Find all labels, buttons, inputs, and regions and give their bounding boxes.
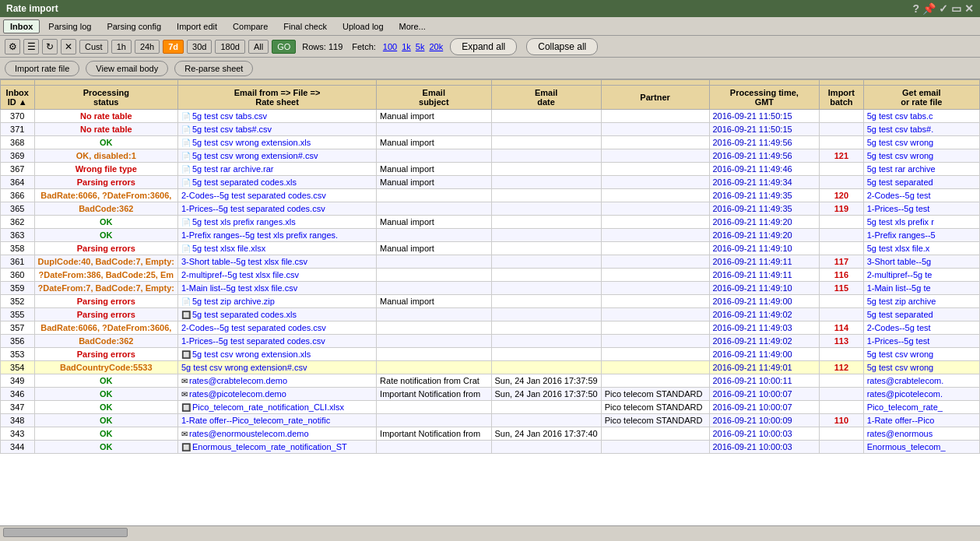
- menu-item-upload-log[interactable]: Upload log: [335, 19, 391, 33]
- time-180d-button[interactable]: 180d: [215, 40, 244, 54]
- table-row[interactable]: 349OK✉rates@crabtelecom.demoRate notific…: [1, 374, 980, 388]
- time-all-button[interactable]: All: [248, 40, 269, 54]
- list-icon[interactable]: ☰: [23, 39, 39, 54]
- cell-get-email[interactable]: 1-Prices--5g test: [863, 202, 979, 216]
- cell-get-email[interactable]: 2-Codes--5g test: [863, 189, 979, 202]
- cell-email-file[interactable]: 🔲5g test csv wrong extension.xls: [178, 348, 377, 361]
- time-24h-button[interactable]: 24h: [135, 40, 160, 54]
- table-row[interactable]: 352Parsing errors📄5g test zip archive.zi…: [1, 295, 980, 308]
- cell-get-email[interactable]: 5g test csv wrong: [863, 348, 979, 361]
- table-row[interactable]: 347OK🔲Pico_telecom_rate_notification_CLI…: [1, 401, 980, 414]
- col-header-subject[interactable]: Emailsubject: [377, 86, 491, 110]
- expand-all-button[interactable]: Expand all: [450, 38, 517, 55]
- go-button[interactable]: GO: [272, 40, 296, 54]
- table-row[interactable]: 344OK🔲Enormous_telecom_rate_notification…: [1, 441, 980, 454]
- cell-get-email[interactable]: Enormous_telecom_: [863, 441, 979, 454]
- cell-email-file[interactable]: 📄5g test xlsx file.xlsx: [178, 242, 377, 255]
- col-header-proc-time[interactable]: Processing time,GMT: [709, 86, 820, 110]
- table-row[interactable]: 343OK✉rates@enormoustelecom.demoImportan…: [1, 427, 980, 441]
- cell-email-file[interactable]: 1-Main list--5g test xlsx file.csv: [178, 282, 377, 295]
- table-row[interactable]: 368OK📄5g test csv wrong extension.xlsMan…: [1, 136, 980, 149]
- cell-get-email[interactable]: 2-multipref--5g te: [863, 269, 979, 282]
- cell-email-file[interactable]: 🔲Pico_telecom_rate_notification_CLI.xlsx: [178, 401, 377, 414]
- cell-email-file[interactable]: 📄5g test csv wrong extension.xls: [178, 136, 377, 149]
- cell-get-email[interactable]: 5g test separated: [863, 308, 979, 321]
- col-header-get-email[interactable]: Get emailor rate file: [863, 86, 979, 110]
- pin-icon[interactable]: 📌: [922, 2, 936, 15]
- table-row[interactable]: 348OK1-Rate offer--Pico_telecom_rate_not…: [1, 414, 980, 427]
- cell-email-file[interactable]: 1-Prefix ranges--5g test xls prefix rang…: [178, 229, 377, 242]
- col-header-status[interactable]: Processingstatus: [34, 86, 177, 110]
- table-row[interactable]: 370No rate table📄5g test csv tabs.csvMan…: [1, 110, 980, 123]
- cell-get-email[interactable]: 5g test csv wrong: [863, 361, 979, 374]
- cell-get-email[interactable]: 1-Rate offer--Pico: [863, 414, 979, 427]
- col-header-date[interactable]: Emaildate: [491, 86, 601, 110]
- cell-get-email[interactable]: 2-Codes--5g test: [863, 321, 979, 335]
- table-row[interactable]: 362OK📄5g test xls prefix ranges.xlsManua…: [1, 216, 980, 229]
- table-row[interactable]: 358Parsing errors📄5g test xlsx file.xlsx…: [1, 242, 980, 255]
- table-row[interactable]: 363OK1-Prefix ranges--5g test xls prefix…: [1, 229, 980, 242]
- fetch-100[interactable]: 100: [383, 42, 397, 51]
- cell-get-email[interactable]: 5g test csv wrong: [863, 136, 979, 149]
- cell-get-email[interactable]: 1-Prefix ranges--5: [863, 229, 979, 242]
- menu-item-more[interactable]: More...: [392, 19, 433, 33]
- fetch-1k[interactable]: 1k: [402, 42, 411, 51]
- table-row[interactable]: 346OK✉rates@picotelecom.demoImportant No…: [1, 388, 980, 401]
- cell-get-email[interactable]: 1-Main list--5g te: [863, 282, 979, 295]
- time-30d-button[interactable]: 30d: [187, 40, 212, 54]
- table-row[interactable]: 353Parsing errors🔲5g test csv wrong exte…: [1, 348, 980, 361]
- menu-item-parsing-log[interactable]: Parsing log: [41, 19, 98, 33]
- table-row[interactable]: 369OK, disabled:1📄5g test csv wrong exte…: [1, 149, 980, 163]
- fetch-20k[interactable]: 20k: [429, 42, 443, 51]
- menu-item-import-edit[interactable]: Import edit: [170, 19, 224, 33]
- table-row[interactable]: 365BadCode:3621-Prices--5g test separate…: [1, 202, 980, 216]
- cell-email-file[interactable]: 📄5g test csv tabs.csv: [178, 110, 377, 123]
- cell-email-file[interactable]: 📄5g test csv wrong extension#.csv: [178, 149, 377, 163]
- scrollbar-thumb[interactable]: [3, 528, 128, 537]
- view-email-body-button[interactable]: View email body: [86, 61, 168, 76]
- table-row[interactable]: 371No rate table📄5g test csv tabs#.csv20…: [1, 123, 980, 136]
- table-row[interactable]: 364Parsing errors📄5g test separated code…: [1, 176, 980, 189]
- col-header-email-file[interactable]: Email from => File =>Rate sheet: [178, 86, 377, 110]
- cell-email-file[interactable]: 3-Short table--5g test xlsx file.csv: [178, 255, 377, 269]
- menu-item-parsing-config[interactable]: Parsing config: [100, 19, 168, 33]
- table-row[interactable]: 361DuplCode:40, BadCode:7, Empty:3-Short…: [1, 255, 980, 269]
- cust-button[interactable]: Cust: [79, 40, 108, 54]
- col-header-partner[interactable]: Partner: [601, 86, 709, 110]
- cell-email-file[interactable]: 🔲5g test separated codes.xls: [178, 308, 377, 321]
- time-1h-button[interactable]: 1h: [111, 40, 132, 54]
- cell-get-email[interactable]: Pico_telecom_rate_: [863, 401, 979, 414]
- collapse-all-button[interactable]: Collapse all: [526, 38, 598, 55]
- cell-email-file[interactable]: 2-Codes--5g test separated codes.csv: [178, 321, 377, 335]
- horizontal-scrollbar[interactable]: [0, 525, 980, 538]
- col-header-inbox-id[interactable]: InboxID ▲: [1, 86, 35, 110]
- table-row[interactable]: 354BadCountryCode:55335g test csv wrong …: [1, 361, 980, 374]
- cell-email-file[interactable]: 📄5g test csv tabs#.csv: [178, 123, 377, 136]
- cell-get-email[interactable]: 5g test csv wrong: [863, 149, 979, 163]
- cell-email-file[interactable]: 5g test csv wrong extension#.csv: [178, 361, 377, 374]
- cell-get-email[interactable]: 5g test zip archive: [863, 295, 979, 308]
- cell-email-file[interactable]: 📄5g test zip archive.zip: [178, 295, 377, 308]
- cell-email-file[interactable]: 1-Rate offer--Pico_telecom_rate_notific: [178, 414, 377, 427]
- table-row[interactable]: 357BadRate:6066, ?DateFrom:3606,2-Codes-…: [1, 321, 980, 335]
- help-icon[interactable]: ?: [912, 2, 919, 15]
- menu-item-final-check[interactable]: Final check: [276, 19, 334, 33]
- table-container[interactable]: InboxID ▲ Processingstatus Email from =>…: [0, 79, 980, 525]
- cell-get-email[interactable]: rates@crabtelecom.: [863, 374, 979, 388]
- cell-email-file[interactable]: 📄5g test separated codes.xls: [178, 176, 377, 189]
- check-icon[interactable]: ✓: [939, 2, 948, 15]
- cell-email-file[interactable]: ✉rates@crabtelecom.demo: [178, 374, 377, 388]
- fetch-5k[interactable]: 5k: [416, 42, 425, 51]
- cell-email-file[interactable]: ✉rates@enormoustelecom.demo: [178, 427, 377, 441]
- table-row[interactable]: 366BadRate:6066, ?DateFrom:3606,2-Codes-…: [1, 189, 980, 202]
- cell-get-email[interactable]: 3-Short table--5g: [863, 255, 979, 269]
- filter-icon[interactable]: ⚙: [5, 39, 20, 54]
- cell-get-email[interactable]: rates@enormous: [863, 427, 979, 441]
- cell-email-file[interactable]: 🔲Enormous_telecom_rate_notification_ST: [178, 441, 377, 454]
- cell-email-file[interactable]: ✉rates@picotelecom.demo: [178, 388, 377, 401]
- cell-get-email[interactable]: 5g test csv tabs.c: [863, 110, 979, 123]
- stop-icon[interactable]: ✕: [61, 39, 76, 54]
- cell-get-email[interactable]: 5g test xlsx file.x: [863, 242, 979, 255]
- menu-item-inbox[interactable]: Inbox: [3, 19, 40, 33]
- table-row[interactable]: 359?DateFrom:7, BadCode:7, Empty:1-Main …: [1, 282, 980, 295]
